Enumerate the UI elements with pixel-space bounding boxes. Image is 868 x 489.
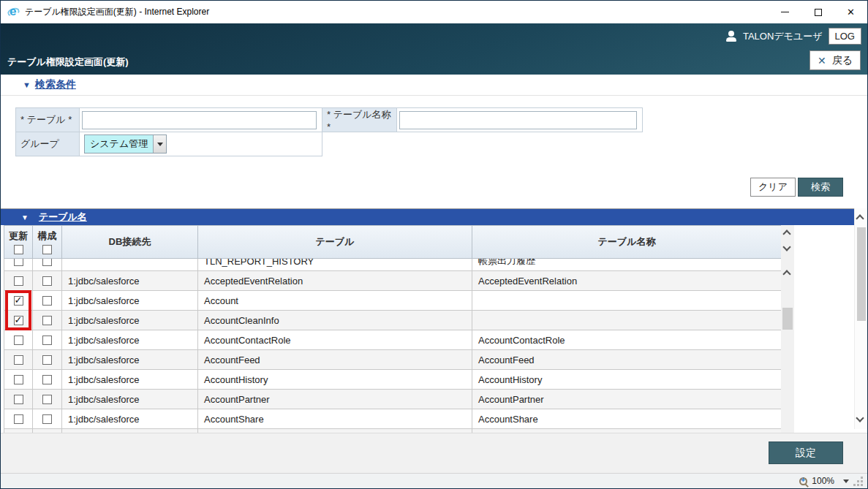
- db-connection-cell: 1:jdbc/salesforce: [62, 311, 198, 330]
- scroll-up-icon[interactable]: [856, 214, 864, 222]
- table-name-cell: 帳票出力履歴: [472, 259, 782, 271]
- config-checkbox-cell: [33, 271, 62, 291]
- clear-button[interactable]: クリア: [750, 178, 796, 197]
- window-title: テーブル権限設定画面(更新) - Internet Explorer: [25, 6, 209, 18]
- update-checkbox[interactable]: [14, 355, 23, 365]
- table-cell: TLN_REPORT_HISTORY: [198, 259, 472, 271]
- minimize-button[interactable]: [769, 1, 801, 23]
- table-cell: AccountFeed: [198, 350, 472, 370]
- table-row[interactable]: TLN_REPORT_HISTORY帳票出力履歴: [4, 259, 782, 271]
- grid-scrollbar[interactable]: [781, 225, 794, 433]
- update-checkbox-cell: [4, 370, 33, 390]
- scroll-up-icon[interactable]: [782, 270, 790, 278]
- update-checkbox[interactable]: [14, 276, 23, 286]
- column-header-config: 構成: [33, 225, 62, 259]
- table-name-input[interactable]: [399, 111, 637, 129]
- table-name-cell: AccountPartner: [472, 390, 782, 409]
- page-scrollbar-thumb[interactable]: [857, 227, 866, 321]
- table-row[interactable]: 1:jdbc/salesforceAccountContactRoleAccou…: [4, 330, 782, 350]
- table-row[interactable]: 1:jdbc/salesforceAccountHistoryAccountHi…: [4, 370, 782, 390]
- close-icon: ✕: [847, 7, 855, 18]
- search-conditions-toggle[interactable]: 検索条件: [35, 78, 76, 91]
- window-controls: ✕: [769, 1, 867, 23]
- scroll-up-icon[interactable]: [782, 230, 790, 238]
- table-grid-body: TLN_REPORT_HISTORY帳票出力履歴1:jdbc/salesforc…: [4, 259, 782, 433]
- db-connection-cell: 1:jdbc/salesforce: [62, 370, 198, 390]
- ie-window: e テーブル権限設定画面(更新) - Internet Explorer ✕ T…: [0, 0, 868, 489]
- table-name-cell: AccountShare: [472, 409, 782, 429]
- table-row[interactable]: 1:jdbc/salesforceAccountFeedAccountFeed: [4, 350, 782, 370]
- config-checkbox[interactable]: [42, 259, 52, 266]
- search-button[interactable]: 検索: [798, 178, 843, 197]
- config-checkbox[interactable]: [42, 355, 52, 365]
- config-checkbox[interactable]: [42, 316, 52, 325]
- config-checkbox[interactable]: [42, 414, 52, 424]
- update-checkbox[interactable]: [14, 375, 23, 384]
- grid-scrollbar-thumb[interactable]: [782, 308, 793, 330]
- table-cell: AccountHistory: [198, 370, 472, 390]
- config-checkbox[interactable]: [42, 276, 52, 286]
- config-checkbox[interactable]: [42, 336, 52, 345]
- update-checkbox[interactable]: [14, 395, 23, 404]
- chevron-down-icon: [157, 143, 163, 146]
- column-header-table: テーブル: [198, 225, 472, 259]
- table-row[interactable]: 1:jdbc/salesforceAccountPartnerAccountPa…: [4, 390, 782, 409]
- update-checkbox[interactable]: [14, 414, 23, 424]
- update-checkbox-cell: [4, 330, 33, 350]
- config-checkbox-cell: [33, 259, 62, 271]
- select-all-config-checkbox[interactable]: [42, 245, 52, 254]
- update-checkbox-cell: [4, 390, 33, 409]
- maximize-button[interactable]: [801, 1, 834, 23]
- footer-bar: 設定: [1, 433, 867, 473]
- title-bar: e テーブル権限設定画面(更新) - Internet Explorer ✕: [1, 1, 867, 23]
- scroll-down-icon[interactable]: [856, 414, 864, 422]
- config-checkbox[interactable]: [42, 296, 52, 306]
- table-row[interactable]: 1:jdbc/salesforceAccountCleanInfo: [4, 311, 782, 330]
- table-cell: AccountPartner: [198, 390, 472, 409]
- table-name-cell: [472, 291, 782, 311]
- config-checkbox-cell: [33, 330, 62, 350]
- log-button[interactable]: LOG: [829, 28, 861, 45]
- group-field-cell: システム管理: [79, 132, 322, 156]
- scroll-down-icon[interactable]: [782, 243, 790, 251]
- resize-grip[interactable]: [861, 484, 863, 486]
- user-name: TALONデモユーザ: [743, 30, 823, 43]
- table-field-cell: [79, 107, 322, 132]
- config-checkbox-cell: [33, 390, 62, 409]
- update-checkbox-cell: [4, 350, 33, 370]
- config-checkbox[interactable]: [42, 375, 52, 384]
- update-checkbox[interactable]: [14, 336, 23, 345]
- collapse-triangle-icon: ▼: [21, 213, 29, 221]
- zoom-magnifier-icon[interactable]: [799, 477, 807, 485]
- config-checkbox-cell: [33, 370, 62, 390]
- table-name-section-toggle[interactable]: テーブル名: [39, 211, 87, 224]
- page-title: テーブル権限設定画面(更新): [7, 56, 129, 69]
- db-connection-cell: 1:jdbc/salesforce: [62, 271, 198, 291]
- table-row[interactable]: 1:jdbc/salesforceAcceptedEventRelationAc…: [4, 271, 782, 291]
- zoom-dropdown-icon[interactable]: [843, 479, 849, 483]
- table-name-cell: [472, 311, 782, 330]
- config-checkbox[interactable]: [42, 395, 52, 404]
- group-select[interactable]: システム管理: [84, 134, 167, 153]
- update-checkbox-cell: [4, 409, 33, 429]
- close-button[interactable]: ✕: [834, 1, 867, 23]
- annotation-highlight-box: [5, 290, 31, 330]
- table-input[interactable]: [82, 111, 317, 129]
- back-button[interactable]: ✕ 戻る: [809, 50, 861, 70]
- table-name-field-label: * テーブル名称 *: [322, 107, 397, 132]
- settings-button[interactable]: 設定: [769, 441, 843, 464]
- table-row[interactable]: 1:jdbc/salesforceAccountShareAccountShar…: [4, 409, 782, 429]
- minimize-icon: [781, 12, 789, 12]
- column-header-table-name: テーブル名称: [472, 225, 782, 259]
- db-connection-cell: 1:jdbc/salesforce: [62, 390, 198, 409]
- update-checkbox-cell: [4, 259, 33, 271]
- table-row[interactable]: 1:jdbc/salesforceAccount: [4, 291, 782, 311]
- group-select-dropdown-button[interactable]: [153, 135, 166, 153]
- update-checkbox[interactable]: [14, 259, 23, 266]
- zoom-level: 100%: [812, 476, 834, 486]
- table-name-cell: AccountFeed: [472, 350, 782, 370]
- select-all-update-checkbox[interactable]: [14, 245, 23, 254]
- search-conditions-row: ▼ 検索条件: [1, 75, 867, 96]
- back-close-icon: ✕: [818, 55, 826, 67]
- page-scrollbar[interactable]: [854, 208, 867, 429]
